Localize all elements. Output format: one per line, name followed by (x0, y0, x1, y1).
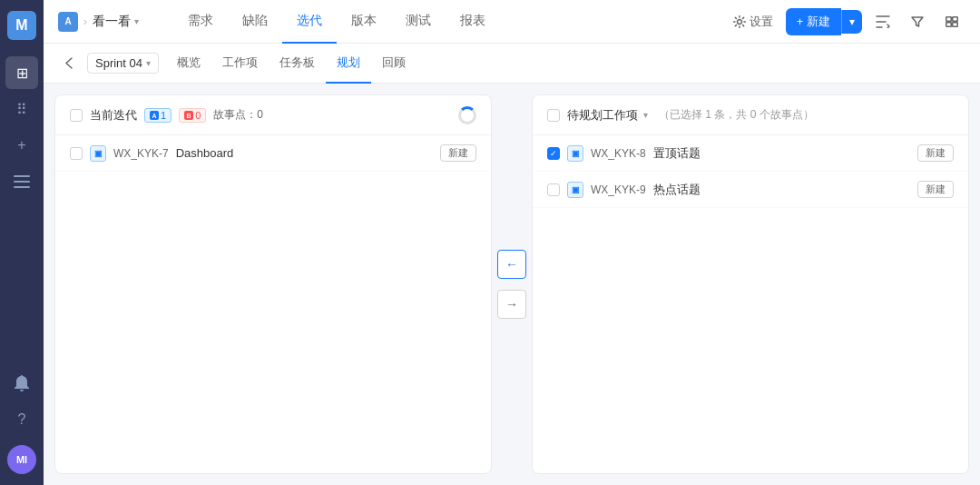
pending-title: 待规划工作项 ▾ (567, 107, 648, 124)
sidebar: M ⊞ ⠿ + ? MI (0, 0, 44, 485)
main-content: A › 看一看 ▾ 需求 缺陷 选代 版本 测试 (44, 0, 980, 485)
sidebar-icon-grid[interactable]: ⊞ (5, 56, 38, 89)
left-panel-item[interactable]: ▣ WX_KYK-7 Dashboard 新建 (55, 135, 491, 172)
svg-rect-2 (14, 186, 30, 188)
breadcrumb-separator: › (83, 15, 87, 28)
pending-dropdown-icon[interactable]: ▾ (643, 110, 648, 120)
right-panel-item-2[interactable]: ▣ WX_KYK-9 热点话题 新建 (533, 172, 968, 208)
second-tab-plan[interactable]: 规划 (326, 44, 371, 84)
back-button[interactable] (58, 53, 80, 74)
item-status-1: 新建 (440, 144, 476, 162)
item-checkbox-2[interactable] (547, 183, 560, 196)
nav-tabs: 需求 缺陷 选代 版本 测试 报表 (173, 0, 500, 44)
right-panel-header: 待规划工作项 ▾ （已选择 1 条，共 0 个故事点） (533, 95, 968, 135)
second-tab-review[interactable]: 回顾 (371, 44, 416, 84)
progress-circle (458, 106, 476, 124)
move-right-button[interactable]: → (497, 290, 526, 319)
settings-label: 设置 (750, 14, 773, 30)
new-button[interactable]: + 新建 (786, 8, 841, 35)
svg-rect-5 (953, 16, 958, 21)
story-points-label: 故事点：0 (213, 107, 263, 123)
sidebar-icon-help[interactable]: ? (5, 403, 38, 436)
item-checkbox-checked-1[interactable]: ✓ (547, 147, 560, 160)
new-button-dropdown[interactable]: ▾ (841, 10, 862, 34)
top-nav-right: 设置 + 新建 ▾ (728, 8, 965, 35)
item-id-r2: WX_KYK-9 (591, 183, 646, 196)
svg-text:A: A (152, 112, 156, 118)
left-panel-title: 当前迭代 (90, 107, 137, 124)
sprint-selector[interactable]: Sprint 04 ▾ (87, 53, 159, 74)
breadcrumb-logo: A (58, 12, 78, 32)
item-name-1: Dashboard (176, 146, 234, 160)
breadcrumb-dropdown-icon[interactable]: ▾ (134, 16, 139, 26)
svg-rect-7 (953, 22, 958, 26)
svg-text:B: B (187, 112, 191, 118)
pending-subtitle: （已选择 1 条，共 0 个故事点） (659, 107, 814, 123)
svg-point-3 (737, 19, 741, 24)
second-tab-overview[interactable]: 概览 (166, 44, 211, 84)
sidebar-icon-apps[interactable]: ⠿ (5, 93, 38, 125)
breadcrumb: A › 看一看 ▾ (58, 12, 139, 32)
pending-items-checkbox[interactable] (547, 109, 560, 122)
item-checkbox-1[interactable] (70, 147, 83, 160)
sprint-dropdown-icon: ▾ (146, 58, 151, 68)
item-id-1: WX_KYK-7 (113, 147, 169, 160)
second-tab-workitems[interactable]: 工作项 (211, 44, 269, 84)
sidebar-logo[interactable]: M (7, 11, 36, 40)
badge-story-count: A 1 (144, 108, 172, 123)
content-area: 当前迭代 A 1 B 0 故事点：0 (44, 84, 980, 485)
tab-bugs[interactable]: 缺陷 (228, 0, 282, 44)
second-nav: Sprint 04 ▾ 概览 工作项 任务板 规划 回顾 (44, 44, 980, 84)
top-nav: A › 看一看 ▾ 需求 缺陷 选代 版本 测试 (44, 0, 980, 44)
new-button-group: + 新建 ▾ (786, 8, 862, 35)
item-status-r1: 新建 (917, 144, 954, 162)
second-nav-tabs: 概览 工作项 任务板 规划 回顾 (166, 44, 416, 84)
sprint-label: Sprint 04 (95, 56, 142, 70)
tab-requirements[interactable]: 需求 (173, 0, 228, 44)
sort-icon[interactable] (869, 8, 897, 35)
item-status-r2: 新建 (917, 181, 954, 198)
divider-panel: ← → (492, 84, 532, 485)
filter-icon[interactable] (904, 8, 931, 35)
svg-rect-6 (946, 22, 952, 26)
view-icon[interactable] (938, 8, 965, 35)
item-type-icon-r1: ▣ (567, 145, 583, 162)
item-type-icon-r2: ▣ (567, 182, 583, 198)
tab-iteration[interactable]: 选代 (282, 0, 337, 44)
right-panel: 待规划工作项 ▾ （已选择 1 条，共 0 个故事点） ✓ ▣ WX_KYK-8… (532, 94, 969, 474)
item-type-icon-1: ▣ (90, 145, 106, 162)
tab-version[interactable]: 版本 (337, 0, 391, 44)
item-name-r2: 热点话题 (653, 182, 701, 198)
svg-rect-4 (946, 16, 952, 21)
tab-test[interactable]: 测试 (391, 0, 446, 44)
item-id-r1: WX_KYK-8 (591, 147, 646, 160)
sidebar-icon-add[interactable]: + (5, 129, 38, 162)
second-tab-taskboard[interactable]: 任务板 (269, 44, 326, 84)
svg-rect-1 (14, 181, 30, 183)
move-left-button[interactable]: ← (497, 250, 526, 279)
avatar[interactable]: MI (7, 445, 36, 474)
settings-icon[interactable]: 设置 (728, 8, 779, 35)
right-panel-item-1[interactable]: ✓ ▣ WX_KYK-8 置顶话题 新建 (533, 135, 968, 172)
sidebar-icon-list[interactable] (5, 165, 38, 198)
left-panel: 当前迭代 A 1 B 0 故事点：0 (54, 94, 492, 474)
sidebar-icon-bell[interactable] (5, 367, 38, 400)
breadcrumb-current[interactable]: 看一看 ▾ (93, 14, 139, 30)
item-name-r1: 置顶话题 (653, 145, 701, 162)
current-iteration-checkbox[interactable] (70, 109, 83, 122)
badge-bug-count: B 0 (179, 108, 206, 123)
tab-report[interactable]: 报表 (446, 0, 500, 44)
svg-rect-0 (14, 175, 30, 177)
left-panel-header: 当前迭代 A 1 B 0 故事点：0 (55, 95, 491, 135)
